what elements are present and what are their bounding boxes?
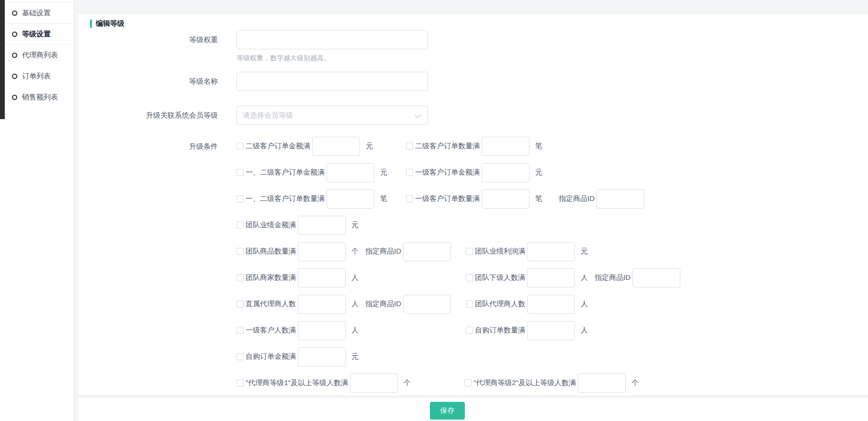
- circle-icon: [12, 32, 17, 37]
- condition-checkbox[interactable]: [406, 169, 413, 176]
- condition-label: 自购订单金额满: [246, 352, 296, 361]
- condition-input[interactable]: [298, 295, 346, 314]
- condition-input[interactable]: [527, 242, 575, 261]
- unit-label: 笔: [380, 194, 387, 203]
- level-weight-label: 等级权重: [78, 30, 218, 63]
- circle-icon: [12, 11, 17, 16]
- unit-label: 元: [581, 247, 588, 256]
- condition-checkbox[interactable]: [466, 248, 473, 255]
- condition-label: 团队业绩利润满: [475, 247, 525, 256]
- condition-row: 直属代理商人数人指定商品ID团队代理商人数人: [78, 291, 868, 317]
- condition-checkbox[interactable]: [237, 248, 244, 255]
- product-id-input[interactable]: [403, 242, 451, 261]
- condition-input[interactable]: [327, 163, 374, 182]
- level-name-input[interactable]: [237, 72, 428, 91]
- condition-input[interactable]: [298, 321, 346, 340]
- sidebar: 基础设置等级设置代理商列表订单列表销售额列表: [0, 0, 74, 421]
- condition-row: 一、二级客户订单数量满笔一级客户订单数量满笔指定商品ID: [78, 186, 868, 212]
- unit-label: 个: [404, 378, 411, 388]
- condition-checkbox[interactable]: [237, 195, 244, 202]
- condition-checkbox[interactable]: [237, 143, 244, 150]
- condition-label: 团队业绩金额满: [246, 221, 296, 230]
- condition-label: 团队商家数量满: [246, 273, 296, 282]
- unit-label: 个: [631, 378, 639, 388]
- condition-group: 自购订单金额满元: [237, 347, 359, 366]
- unit-label: 元: [366, 142, 373, 151]
- condition-checkbox[interactable]: [237, 169, 244, 176]
- condition-input[interactable]: [312, 137, 360, 156]
- condition-checkbox[interactable]: [466, 300, 473, 308]
- condition-group: 团队商品数量满个指定商品ID: [237, 242, 451, 261]
- condition-row: 一、二级客户订单金额满元一级客户订单金额满元: [78, 159, 868, 186]
- condition-label: 团队代理商人数: [475, 299, 525, 309]
- level-weight-row: 等级权重 等级权重，数字越大级别越高。: [78, 30, 428, 63]
- condition-input[interactable]: [327, 189, 374, 209]
- save-button[interactable]: 保存: [430, 402, 465, 420]
- condition-input[interactable]: [298, 268, 346, 288]
- condition-label: "代理商等级1"及以上等级人数满: [246, 378, 348, 388]
- condition-label: 一、二级客户订单金额满: [246, 168, 325, 177]
- sidebar-item-label: 基础设置: [22, 9, 51, 18]
- sidebar-item-0[interactable]: 基础设置: [0, 2, 74, 23]
- member-level-select[interactable]: 请选择会员等级: [237, 106, 428, 125]
- product-id-input[interactable]: [403, 295, 451, 314]
- condition-input[interactable]: [527, 268, 575, 288]
- condition-input[interactable]: [482, 137, 530, 156]
- condition-input[interactable]: [482, 189, 530, 209]
- condition-checkbox[interactable]: [237, 274, 244, 281]
- condition-input[interactable]: [578, 374, 626, 393]
- product-id-input[interactable]: [632, 268, 680, 288]
- condition-checkbox[interactable]: [237, 327, 244, 334]
- condition-group: 一级客户订单数量满笔指定商品ID: [406, 189, 644, 209]
- accent-bar-icon: [90, 20, 92, 28]
- condition-checkbox[interactable]: [406, 195, 413, 202]
- condition-checkbox[interactable]: [466, 274, 473, 281]
- condition-input[interactable]: [350, 374, 398, 393]
- condition-input[interactable]: [298, 216, 346, 235]
- condition-row: 团队商品数量满个指定商品ID团队业绩利润满元: [78, 238, 868, 265]
- condition-checkbox[interactable]: [406, 143, 413, 150]
- condition-checkbox[interactable]: [466, 327, 473, 334]
- condition-group: 团队商家数量满人: [237, 268, 359, 288]
- condition-group: 一级客户人数满人: [237, 321, 359, 340]
- chevron-down-icon: [415, 112, 421, 118]
- sidebar-item-2[interactable]: 代理商列表: [0, 44, 74, 66]
- sidebar-item-4[interactable]: 销售额列表: [0, 87, 74, 108]
- sidebar-item-label: 订单列表: [22, 72, 51, 81]
- product-id-input[interactable]: [597, 189, 644, 209]
- unit-label: 笔: [535, 194, 542, 203]
- condition-checkbox[interactable]: [237, 379, 244, 387]
- condition-label: "代理商等级2"及以上等级人数满: [473, 378, 576, 388]
- condition-checkbox[interactable]: [237, 222, 244, 229]
- unit-label: 笔: [535, 142, 542, 151]
- unit-label: 人: [351, 273, 359, 282]
- level-weight-hint: 等级权重，数字越大级别越高。: [237, 54, 428, 63]
- sidebar-item-1[interactable]: 等级设置: [0, 23, 74, 44]
- condition-input[interactable]: [527, 321, 575, 340]
- conditions-label: 升级条件: [78, 133, 218, 159]
- condition-row: 自购订单金额满元: [78, 343, 868, 370]
- condition-group: 一、二级客户订单金额满元: [237, 163, 387, 182]
- sidebar-item-label: 等级设置: [22, 30, 51, 39]
- condition-input[interactable]: [298, 242, 346, 261]
- sidebar-item-3[interactable]: 订单列表: [0, 66, 74, 87]
- condition-checkbox[interactable]: [237, 300, 244, 308]
- level-weight-input[interactable]: [237, 30, 428, 49]
- level-name-label: 等级名称: [78, 72, 218, 91]
- circle-icon: [12, 95, 17, 100]
- condition-group: 一、二级客户订单数量满笔: [237, 189, 387, 209]
- condition-group: 直属代理商人数人指定商品ID: [237, 295, 451, 314]
- condition-input[interactable]: [298, 347, 346, 366]
- condition-label: 一级客户订单金额满: [415, 168, 480, 177]
- condition-input[interactable]: [482, 163, 530, 182]
- product-id-label: 指定商品ID: [365, 247, 401, 256]
- condition-row: 团队业绩金额满元: [78, 212, 868, 238]
- condition-input[interactable]: [527, 295, 575, 314]
- condition-group: "代理商等级1"及以上等级人数满个: [237, 374, 411, 393]
- footer-bar: 保存: [78, 398, 868, 421]
- condition-checkbox[interactable]: [464, 379, 472, 387]
- condition-label: 二级客户订单金额满: [246, 142, 310, 151]
- condition-checkbox[interactable]: [237, 353, 244, 360]
- condition-row: 升级条件二级客户订单金额满元二级客户订单数量满笔: [78, 133, 868, 159]
- collapsed-nav-strip: [0, 0, 5, 119]
